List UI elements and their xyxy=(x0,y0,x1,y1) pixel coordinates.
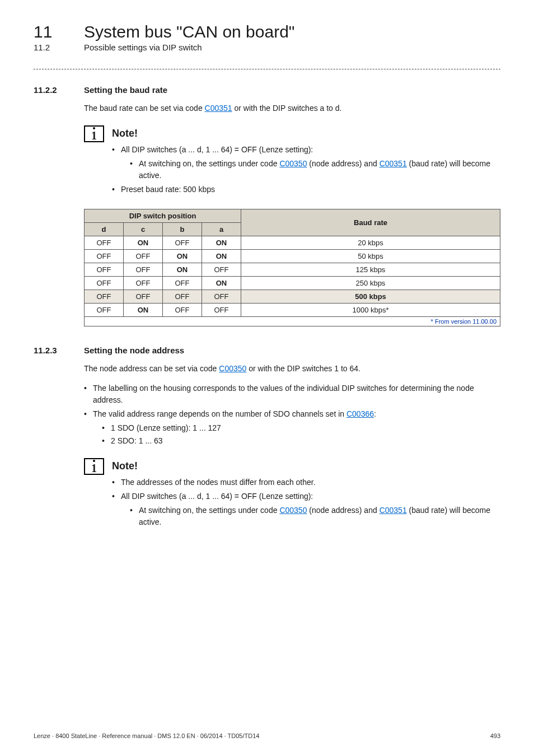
table-cell: ON xyxy=(163,263,202,277)
table-footer: * From version 11.00.00 xyxy=(85,317,500,326)
list-item: 2 SDO: 1 ... 63 xyxy=(102,435,500,447)
table-cell: OFF xyxy=(163,236,202,250)
chapter-title: System bus "CAN on board" xyxy=(84,22,294,41)
note-box-2: 1 Note! The addresses of the nodes must … xyxy=(84,458,500,528)
table-cell: OFF xyxy=(124,277,163,290)
note-title: Note! xyxy=(112,128,500,139)
code-link-c00351[interactable]: C00351 xyxy=(380,506,407,515)
col-b: b xyxy=(163,223,202,236)
text: At switching on, the settings under code xyxy=(139,159,279,168)
table-row: OFFOFFOFFON250 kbps xyxy=(85,277,500,290)
footer-left: Lenze · 8400 StateLine · Reference manua… xyxy=(34,732,259,739)
table-cell: OFF xyxy=(163,290,202,304)
code-link-c00351[interactable]: C00351 xyxy=(205,104,232,113)
subsection-header: 11.2 Possible settings via DIP switch xyxy=(34,43,500,52)
text: The valid address range depends on the n… xyxy=(93,409,346,418)
table-cell: 1000 kbps* xyxy=(241,304,500,317)
table-header-dip: DIP switch position xyxy=(85,209,241,223)
table-cell: 50 kbps xyxy=(241,250,500,263)
table-cell: OFF xyxy=(124,263,163,277)
list-item: At switching on, the settings under code… xyxy=(130,505,500,528)
subsection-title: Possible settings via DIP switch xyxy=(84,43,202,52)
code-link-c00350[interactable]: C00350 xyxy=(219,364,246,373)
section-number: 11.2.3 xyxy=(34,346,67,355)
section-heading-2: 11.2.3 Setting the node address xyxy=(34,346,500,355)
table-cell: OFF xyxy=(202,263,241,277)
info-icon: 1 xyxy=(84,125,104,142)
code-link-c00350[interactable]: C00350 xyxy=(279,506,307,515)
table-row: OFFOFFONON50 kbps xyxy=(85,250,500,263)
list-item: The labelling on the housing corresponds… xyxy=(84,382,500,406)
note2-list: The addresses of the nodes must differ f… xyxy=(112,477,500,528)
table-cell: OFF xyxy=(85,290,124,304)
table-cell: ON xyxy=(202,236,241,250)
table-cell: OFF xyxy=(85,304,124,317)
list-item: The addresses of the nodes must differ f… xyxy=(112,477,500,488)
section-heading-1: 11.2.2 Setting the baud rate xyxy=(34,85,500,95)
table-cell: OFF xyxy=(202,290,241,304)
text: or with the DIP switches a to d. xyxy=(232,104,342,113)
list-item: At switching on, the settings under code… xyxy=(130,158,500,181)
table-cell: OFF xyxy=(163,304,202,317)
text: : xyxy=(374,409,376,418)
table-cell: 20 kbps xyxy=(241,236,500,250)
table-row: OFFONOFFON20 kbps xyxy=(85,236,500,250)
list-item: 1 SDO (Lenze setting): 1 ... 127 xyxy=(102,422,500,434)
section1-intro: The baud rate can be set via code C00351… xyxy=(84,102,500,114)
table-cell: ON xyxy=(202,277,241,290)
table-cell: OFF xyxy=(85,250,124,263)
footer-right: 493 xyxy=(490,732,500,739)
table-cell: ON xyxy=(124,304,163,317)
section2-list: The labelling on the housing corresponds… xyxy=(84,382,500,447)
section-title: Setting the baud rate xyxy=(84,85,167,95)
table-cell: OFF xyxy=(163,277,202,290)
text: The baud rate can be set via code xyxy=(84,104,205,113)
table-cell: ON xyxy=(202,250,241,263)
table-row: OFFOFFONOFF125 kbps xyxy=(85,263,500,277)
list-item: The valid address range depends on the n… xyxy=(84,408,500,447)
text: All DIP switches (a ... d, 1 ... 64) = O… xyxy=(121,492,313,501)
code-link-c00351[interactable]: C00351 xyxy=(380,159,407,168)
table-cell: ON xyxy=(124,236,163,250)
code-link-c00350[interactable]: C00350 xyxy=(279,159,307,168)
text: At switching on, the settings under code xyxy=(139,506,279,515)
text: or with the DIP switches 1 to 64. xyxy=(246,364,360,373)
subsection-number: 11.2 xyxy=(34,43,67,52)
text: The node address can be set via code xyxy=(84,364,219,373)
col-a: a xyxy=(202,223,241,236)
page-footer: Lenze · 8400 StateLine · Reference manua… xyxy=(34,732,500,739)
col-c: c xyxy=(124,223,163,236)
info-icon: 1 xyxy=(84,458,104,475)
table-cell: OFF xyxy=(85,263,124,277)
list-item: Preset baud rate: 500 kbps xyxy=(112,184,500,195)
list-item: All DIP switches (a ... d, 1 ... 64) = O… xyxy=(112,491,500,528)
table-cell: OFF xyxy=(124,250,163,263)
note-title: Note! xyxy=(112,460,500,472)
table-cell: 500 kbps xyxy=(241,290,500,304)
table-row: OFFOFFOFFOFF500 kbps xyxy=(85,290,500,304)
section2-intro: The node address can be set via code C00… xyxy=(84,363,500,375)
table-cell: 250 kbps xyxy=(241,277,500,290)
col-d: d xyxy=(85,223,124,236)
table-header-rate: Baud rate xyxy=(241,209,500,236)
note1-list: All DIP switches (a ... d, 1 ... 64) = O… xyxy=(112,144,500,195)
table-cell: OFF xyxy=(85,277,124,290)
table-cell: OFF xyxy=(124,290,163,304)
list-item: All DIP switches (a ... d, 1 ... 64) = O… xyxy=(112,144,500,181)
code-link-c00366[interactable]: C00366 xyxy=(346,409,374,418)
section-number: 11.2.2 xyxy=(34,85,67,95)
text: All DIP switches (a ... d, 1 ... 64) = O… xyxy=(121,145,313,154)
table-row: OFFONOFFOFF1000 kbps* xyxy=(85,304,500,317)
section-title: Setting the node address xyxy=(84,346,184,355)
table-cell: 125 kbps xyxy=(241,263,500,277)
table-cell: OFF xyxy=(202,304,241,317)
text: (node address) and xyxy=(307,506,379,515)
chapter-header: 11 System bus "CAN on board" xyxy=(34,22,500,41)
table-cell: ON xyxy=(163,250,202,263)
note-box-1: 1 Note! All DIP switches (a ... d, 1 ...… xyxy=(84,125,500,195)
baud-rate-table: DIP switch position Baud rate d c b a OF… xyxy=(84,209,500,326)
divider xyxy=(34,69,500,69)
table-cell: OFF xyxy=(85,236,124,250)
text: (node address) and xyxy=(307,159,379,168)
chapter-number: 11 xyxy=(34,22,67,41)
